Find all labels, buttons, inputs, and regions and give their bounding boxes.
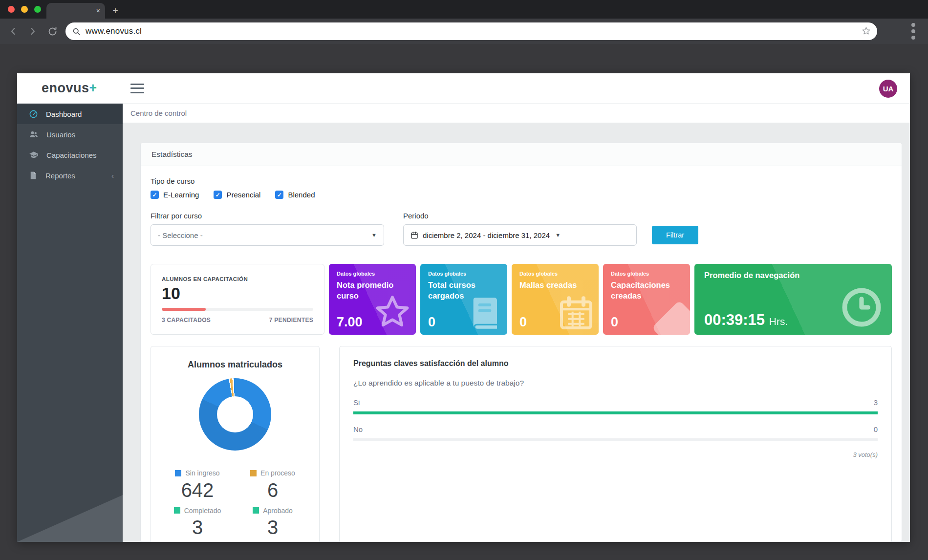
traffic-lights (8, 6, 41, 13)
option-bar-fill (353, 411, 878, 414)
statistics-panel: Estadísticas Tipo de curso ✓ E-Learning (140, 143, 902, 542)
donut-chart (199, 378, 271, 451)
checkbox-presencial[interactable]: ✓ Presencial (214, 191, 260, 199)
chart-title: Alumnos matriculados (160, 360, 310, 370)
content-area: Estadísticas Tipo de curso ✓ E-Learning (123, 123, 910, 542)
legend-value: 6 (235, 479, 310, 501)
pendientes-label: 7 PENDIENTES (269, 317, 313, 323)
app-header: enovus+ UA (17, 73, 910, 104)
checkbox-checked-icon: ✓ (214, 191, 222, 199)
breadcrumb: Centro de control (130, 109, 187, 117)
main-area: Centro de control Estadísticas Tipo de c… (123, 104, 910, 542)
legend-label: Completado (184, 507, 221, 515)
card-value: 7.00 (337, 315, 363, 330)
option-label: Si (353, 398, 360, 407)
legend-swatch (253, 507, 259, 514)
browser-tab[interactable]: × (46, 3, 105, 19)
legend-swatch (174, 507, 180, 514)
user-avatar[interactable]: UA (879, 80, 897, 98)
forward-arrow-icon (28, 26, 38, 36)
back-button[interactable] (7, 25, 20, 38)
card-value: 10 (162, 284, 313, 303)
sidebar-diagonal-decoration (17, 495, 123, 542)
star-icon (372, 292, 413, 333)
browser-toolbar: www.enovus.cl (0, 19, 928, 44)
capacitaciones-creadas-card: Datos globales Capacitaciones creadas 0 (603, 264, 690, 335)
progress-fill (162, 308, 206, 311)
bookmark-star-icon[interactable] (861, 26, 871, 38)
back-arrow-icon (8, 26, 18, 36)
legend-value: 3 (160, 517, 235, 538)
votes-count: 3 voto(s) (353, 451, 878, 458)
promedio-navegacion-card: Promedio de navegación 00:39:15 Hrs. (694, 264, 892, 335)
sidebar-item-label: Usuarios (46, 130, 75, 139)
panel-title: Estadísticas (141, 143, 902, 166)
stat-cards-row: ALUMNOS EN CAPACITACIÓN 10 3 CAPACITADOS… (151, 264, 892, 335)
browser-menu-button[interactable] (909, 22, 917, 40)
survey-card: Preguntas claves satisfacción del alumno… (339, 346, 892, 542)
card-value: 00:39:15 (704, 311, 765, 328)
sidebar-item-usuarios[interactable]: Usuarios (17, 124, 123, 145)
progress-bar (162, 308, 313, 311)
users-icon (29, 129, 39, 139)
legend-label: Sin ingreso (185, 469, 219, 477)
card-value: 0 (428, 315, 435, 330)
card-value: 0 (611, 315, 618, 330)
traffic-light-minimize-button[interactable] (21, 6, 28, 13)
legend-value: 3 (235, 517, 310, 538)
checkbox-label: Blended (288, 191, 315, 199)
reload-button[interactable] (46, 25, 59, 38)
course-select[interactable]: - Seleccione - ▼ (151, 224, 384, 246)
card-tag: Datos globales (337, 271, 408, 277)
survey-title: Preguntas claves satisfacción del alumno (353, 359, 878, 368)
legend-item: Aprobado 3 (235, 507, 310, 538)
donut-hole (217, 396, 253, 432)
sidebar-item-label: Reportes (45, 172, 75, 180)
alumnos-capacitacion-card: ALUMNOS EN CAPACITACIÓN 10 3 CAPACITADOS… (151, 264, 324, 335)
legend-label: En proceso (260, 469, 295, 477)
total-cursos-card: Datos globales Total cursos cargados 0 (420, 264, 507, 335)
wedge-icon (651, 300, 690, 335)
period-input[interactable]: diciembre 2, 2024 - diciembre 31, 2024 ▼ (403, 224, 637, 246)
sidebar-item-reportes[interactable]: Reportes ‹ (17, 165, 123, 186)
traffic-light-zoom-button[interactable] (34, 6, 41, 13)
desktop-background: enovus+ UA Dashboard Usuarios Capacitaci… (0, 44, 928, 560)
forward-button[interactable] (26, 25, 39, 38)
browser-tab-strip: × + (0, 0, 928, 19)
search-icon (72, 27, 81, 36)
logo-plus-icon: + (89, 81, 97, 95)
checkbox-blended[interactable]: ✓ Blended (275, 191, 315, 199)
checkbox-elearning[interactable]: ✓ E-Learning (151, 191, 199, 199)
option-value: 3 (874, 398, 878, 407)
gauge-icon (29, 109, 38, 119)
sidebar-item-label: Capacitaciones (46, 151, 97, 159)
tab-close-button[interactable]: × (96, 7, 100, 14)
sidebar-item-dashboard[interactable]: Dashboard (17, 104, 123, 124)
new-tab-button[interactable]: + (108, 4, 122, 18)
card-title: Capacitaciones creadas (611, 280, 682, 302)
graduation-cap-icon (29, 150, 39, 160)
legend-item: En proceso 6 (235, 469, 310, 501)
course-select-value: - Seleccione - (158, 231, 203, 239)
card-value: 0 (519, 315, 527, 330)
sidebar: Dashboard Usuarios Capacitaciones Report… (17, 104, 123, 542)
survey-question: ¿Lo aprendido es aplicable a tu puesto d… (353, 379, 878, 388)
checkbox-label: E-Learning (163, 191, 199, 199)
hamburger-menu-button[interactable] (130, 84, 144, 93)
chevron-left-icon: ‹ (111, 172, 114, 180)
card-unit: Hrs. (769, 316, 788, 327)
url-bar[interactable]: www.enovus.cl (65, 22, 877, 40)
alumnos-matriculados-card: Alumnos matriculados (151, 346, 320, 542)
chart-legend: Sin ingreso 642 En proceso 6 (160, 469, 310, 542)
app-logo: enovus+ (42, 81, 97, 96)
course-type-label: Tipo de curso (151, 177, 892, 185)
clock-icon (839, 285, 884, 330)
app-window: enovus+ UA Dashboard Usuarios Capacitaci… (17, 73, 910, 542)
filter-button[interactable]: Filtrar (652, 226, 698, 244)
period-label: Periodo (403, 212, 637, 220)
card-tag: Datos globales (611, 271, 682, 277)
mallas-creadas-card: Datos globales Mallas creadas 0 (512, 264, 599, 335)
checkbox-checked-icon: ✓ (151, 191, 159, 199)
traffic-light-close-button[interactable] (8, 6, 15, 13)
sidebar-item-capacitaciones[interactable]: Capacitaciones (17, 145, 123, 165)
